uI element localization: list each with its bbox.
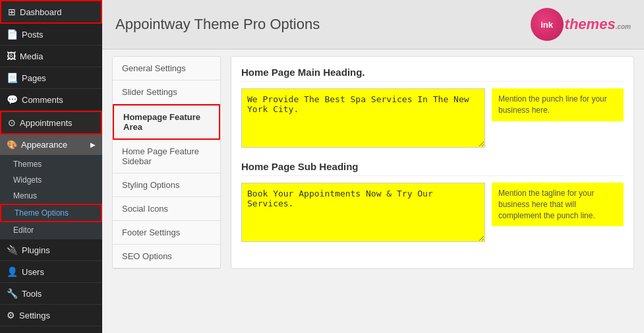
main-heading-field-row: Mention the punch line for your business… bbox=[241, 88, 624, 148]
sidebar-item-plugins[interactable]: 🔌 Plugins bbox=[0, 239, 102, 261]
page-header: Appointway Theme Pro Options ink themes.… bbox=[102, 0, 644, 49]
sub-heading-textarea[interactable] bbox=[241, 183, 485, 242]
sidebar-item-label: Users bbox=[22, 267, 44, 277]
sidebar-item-label: Media bbox=[20, 51, 43, 61]
sidebar: ⊞ Dashboard 📄 Posts 🖼 Media 📃 Pages 💬 Co… bbox=[0, 0, 102, 333]
sub-heading-field-row: Mention the tagline for your business he… bbox=[241, 183, 624, 242]
chevron-icon: ▶ bbox=[90, 141, 96, 148]
dashboard-icon: ⊞ bbox=[8, 7, 16, 17]
appointments-icon: ⊙ bbox=[8, 117, 16, 128]
sidebar-item-label: Pages bbox=[22, 73, 46, 83]
right-content-panel: Home Page Main Heading. Mention the punc… bbox=[231, 56, 634, 269]
main-heading-title: Home Page Main Heading. bbox=[241, 67, 624, 82]
plugins-icon: 🔌 bbox=[7, 245, 18, 255]
sidebar-item-label: Tools bbox=[22, 289, 42, 299]
sidebar-sub-item-themes[interactable]: Themes bbox=[0, 156, 102, 172]
left-nav-homepage-feature-area[interactable]: Homepage Feature Area bbox=[113, 104, 220, 140]
sidebar-item-settings[interactable]: ⚙ Settings bbox=[0, 305, 102, 326]
sidebar-item-appearance[interactable]: 🎨 Appearance ▶ bbox=[0, 135, 102, 155]
sidebar-sub-item-theme-options[interactable]: Theme Options bbox=[0, 204, 102, 222]
left-nav-social-icons[interactable]: Social Icons bbox=[113, 197, 220, 221]
left-nav-homepage-feature-sidebar[interactable]: Home Page Feature Sidebar bbox=[113, 140, 220, 173]
sidebar-item-label: Dashboard bbox=[20, 7, 62, 17]
sidebar-item-posts[interactable]: 📄 Posts bbox=[0, 24, 102, 45]
left-nav-panel: General Settings Slider Settings Homepag… bbox=[112, 56, 221, 269]
posts-icon: 📄 bbox=[7, 29, 18, 40]
appearance-icon: 🎨 bbox=[7, 140, 17, 150]
sidebar-item-dashboard[interactable]: ⊞ Dashboard bbox=[0, 0, 102, 24]
sidebar-item-media[interactable]: 🖼 Media bbox=[0, 45, 102, 67]
sidebar-item-label: Appointments bbox=[20, 118, 73, 128]
logo-area: ink themes.com bbox=[531, 8, 631, 41]
logo-themes-text: themes.com bbox=[565, 16, 631, 33]
logo-ink-text: ink bbox=[541, 20, 553, 30]
left-nav-seo-options[interactable]: SEO Options bbox=[113, 245, 220, 268]
sidebar-item-comments[interactable]: 💬 Comments bbox=[0, 89, 102, 111]
sidebar-item-appointments[interactable]: ⊙ Appointments bbox=[0, 111, 102, 135]
sidebar-item-label: Comments bbox=[22, 95, 63, 105]
users-icon: 👤 bbox=[7, 266, 18, 277]
appearance-submenu: Themes Widgets Menus Theme Options Edito… bbox=[0, 155, 102, 239]
left-nav-general-settings[interactable]: General Settings bbox=[113, 57, 220, 80]
media-icon: 🖼 bbox=[7, 51, 16, 61]
left-nav-styling-options[interactable]: Styling Options bbox=[113, 173, 220, 197]
sidebar-item-users[interactable]: 👤 Users bbox=[0, 261, 102, 283]
sidebar-item-label: Posts bbox=[22, 30, 44, 40]
sub-heading-hint: Mention the tagline for your business he… bbox=[492, 183, 624, 226]
pages-icon: 📃 bbox=[7, 73, 18, 83]
left-nav-slider-settings[interactable]: Slider Settings bbox=[113, 80, 220, 104]
main-content: Appointway Theme Pro Options ink themes.… bbox=[102, 0, 644, 333]
sidebar-sub-item-editor[interactable]: Editor bbox=[0, 222, 102, 238]
sidebar-item-tools[interactable]: 🔧 Tools bbox=[0, 283, 102, 305]
sidebar-item-pages[interactable]: 📃 Pages bbox=[0, 67, 102, 89]
main-heading-hint: Mention the punch line for your business… bbox=[492, 88, 624, 121]
settings-icon: ⚙ bbox=[7, 310, 15, 320]
tools-icon: 🔧 bbox=[7, 288, 18, 299]
left-nav-footer-settings[interactable]: Footer Settings bbox=[113, 221, 220, 245]
sidebar-item-label: Appearance bbox=[21, 140, 67, 150]
logo-circle: ink bbox=[531, 8, 564, 41]
sub-heading-title: Home Page Sub Heading bbox=[241, 161, 624, 176]
sidebar-sub-item-menus[interactable]: Menus bbox=[0, 188, 102, 204]
page-title: Appointway Theme Pro Options bbox=[115, 16, 320, 33]
comments-icon: 💬 bbox=[7, 94, 18, 105]
sidebar-item-label: Plugins bbox=[22, 245, 50, 255]
main-heading-textarea[interactable] bbox=[241, 88, 485, 148]
collapse-menu-button[interactable]: ◀ Collapse menu bbox=[0, 326, 102, 333]
sidebar-item-label: Settings bbox=[19, 311, 50, 320]
content-area: General Settings Slider Settings Homepag… bbox=[102, 49, 644, 276]
sidebar-sub-item-widgets[interactable]: Widgets bbox=[0, 172, 102, 188]
